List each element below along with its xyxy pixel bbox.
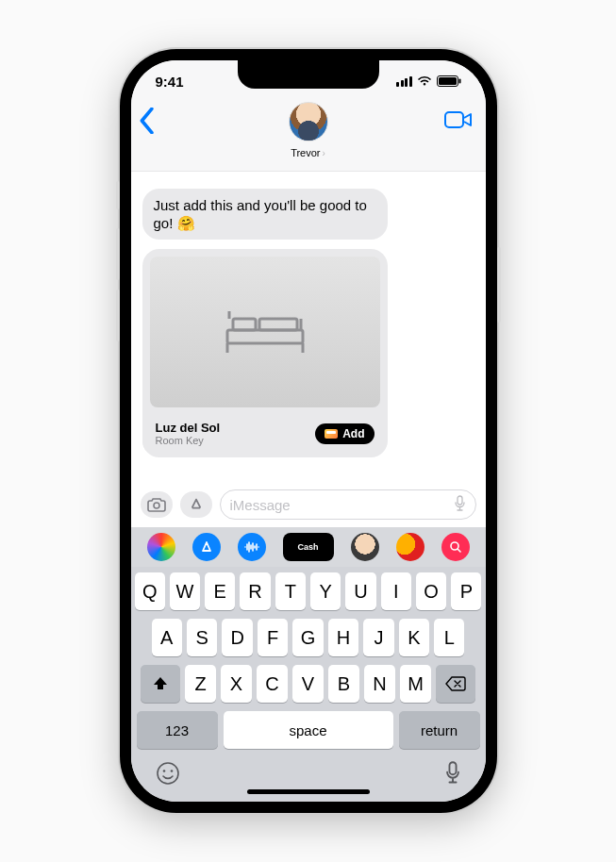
add-label: Add	[342, 427, 364, 440]
memoji-app-icon[interactable]	[351, 533, 379, 561]
hashtag-images-app-icon[interactable]	[441, 533, 470, 561]
imessage-app-strip[interactable]: Cash	[131, 527, 486, 567]
volume-down-button	[116, 290, 120, 341]
key-t[interactable]: T	[275, 572, 306, 610]
key-b[interactable]: B	[328, 665, 359, 703]
chevron-left-icon	[139, 108, 156, 134]
key-s[interactable]: S	[187, 619, 217, 656]
backspace-icon	[445, 676, 466, 691]
cellular-signal-icon	[396, 76, 412, 87]
key-d[interactable]: D	[222, 619, 252, 656]
svg-point-10	[158, 763, 178, 784]
wallet-icon	[325, 429, 338, 439]
key-y[interactable]: Y	[310, 572, 341, 610]
key-m[interactable]: M	[400, 665, 431, 703]
contact-info-button[interactable]: Trevor ›	[289, 102, 328, 160]
battery-icon	[437, 75, 461, 87]
add-to-wallet-button[interactable]: Add	[315, 423, 374, 444]
delete-key[interactable]	[436, 665, 475, 703]
bed-icon	[224, 306, 307, 358]
key-c[interactable]: C	[257, 665, 288, 703]
key-e[interactable]: E	[205, 572, 235, 610]
svg-point-12	[170, 770, 173, 772]
key-p[interactable]: P	[451, 572, 481, 610]
attachment-subtitle: Room Key	[156, 435, 221, 446]
shift-icon	[152, 675, 169, 692]
shift-key[interactable]	[141, 665, 180, 703]
keyboard-bottom-row	[135, 757, 482, 786]
key-n[interactable]: N	[364, 665, 395, 703]
phone-frame: 9:41 Trevor ›	[120, 49, 497, 813]
message-text-field[interactable]: iMessage	[220, 489, 476, 520]
animoji-app-icon[interactable]	[396, 533, 425, 561]
conversation-header: Trevor ›	[131, 102, 486, 172]
emoji-icon	[156, 761, 180, 786]
message-placeholder: iMessage	[230, 497, 291, 513]
apple-cash-app-icon[interactable]: Cash	[283, 533, 334, 561]
wallet-key-attachment[interactable]: Luz del Sol Room Key Add	[142, 249, 388, 457]
chevron-right-icon: ›	[323, 148, 325, 158]
key-a[interactable]: A	[152, 619, 182, 656]
conversation-area[interactable]: Just add this and you'll be good to go! …	[131, 172, 486, 484]
camera-button[interactable]	[141, 491, 173, 518]
return-key[interactable]: return	[399, 711, 480, 749]
status-time: 9:41	[156, 74, 184, 90]
keyboard: QWERTYUIOP ASDFGHJKL ZXCVBNM 123 space r…	[131, 567, 486, 802]
emoji-keyboard-button[interactable]	[156, 761, 180, 786]
status-right	[396, 75, 461, 87]
svg-rect-1	[439, 77, 457, 85]
key-g[interactable]: G	[292, 619, 323, 656]
key-o[interactable]: O	[416, 572, 446, 610]
microphone-icon	[454, 495, 466, 512]
wifi-icon	[417, 75, 432, 87]
dictation-button[interactable]	[454, 495, 466, 515]
home-indicator[interactable]	[247, 789, 370, 794]
key-f[interactable]: F	[258, 619, 288, 656]
svg-point-7	[154, 503, 159, 508]
hug-emoji: 🤗	[177, 215, 195, 231]
microphone-icon	[444, 761, 461, 786]
keyboard-dictation-button[interactable]	[444, 761, 461, 786]
numbers-key[interactable]: 123	[137, 711, 218, 749]
space-key[interactable]: space	[224, 711, 393, 749]
camera-icon	[147, 497, 166, 512]
svg-rect-5	[233, 319, 256, 330]
audio-app-icon[interactable]	[238, 533, 266, 561]
key-h[interactable]: H	[328, 619, 358, 656]
app-store-app-icon[interactable]	[192, 533, 221, 561]
key-z[interactable]: Z	[185, 665, 216, 703]
attachment-title: Luz del Sol	[156, 421, 221, 435]
attachment-footer: Luz del Sol Room Key Add	[142, 415, 388, 457]
key-q[interactable]: Q	[135, 572, 165, 610]
svg-rect-13	[449, 762, 456, 774]
facetime-button[interactable]	[444, 109, 473, 134]
room-key-card-image	[150, 257, 380, 407]
svg-rect-2	[458, 79, 460, 84]
power-button	[497, 247, 501, 323]
photos-app-icon[interactable]	[147, 533, 175, 561]
svg-rect-4	[227, 330, 303, 343]
key-j[interactable]: J	[363, 619, 393, 656]
incoming-message-bubble[interactable]: Just add this and you'll be good to go! …	[142, 189, 388, 240]
notch	[238, 60, 379, 89]
key-l[interactable]: L	[434, 619, 464, 656]
message-input-row: iMessage	[131, 484, 486, 527]
mute-switch	[116, 181, 120, 209]
key-v[interactable]: V	[292, 665, 324, 703]
svg-point-11	[162, 770, 165, 772]
svg-rect-6	[259, 319, 297, 330]
key-w[interactable]: W	[170, 572, 200, 610]
volume-up-button	[116, 228, 120, 280]
key-r[interactable]: R	[240, 572, 270, 610]
key-k[interactable]: K	[399, 619, 429, 656]
contact-name-label: Trevor	[291, 147, 320, 158]
svg-rect-8	[458, 496, 462, 505]
key-x[interactable]: X	[221, 665, 252, 703]
app-drawer-button[interactable]	[180, 491, 212, 518]
contact-avatar	[289, 102, 328, 141]
key-u[interactable]: U	[345, 572, 375, 610]
key-i[interactable]: I	[381, 572, 411, 610]
back-button[interactable]	[139, 108, 156, 138]
app-store-icon	[187, 496, 206, 513]
video-camera-icon	[444, 109, 473, 130]
